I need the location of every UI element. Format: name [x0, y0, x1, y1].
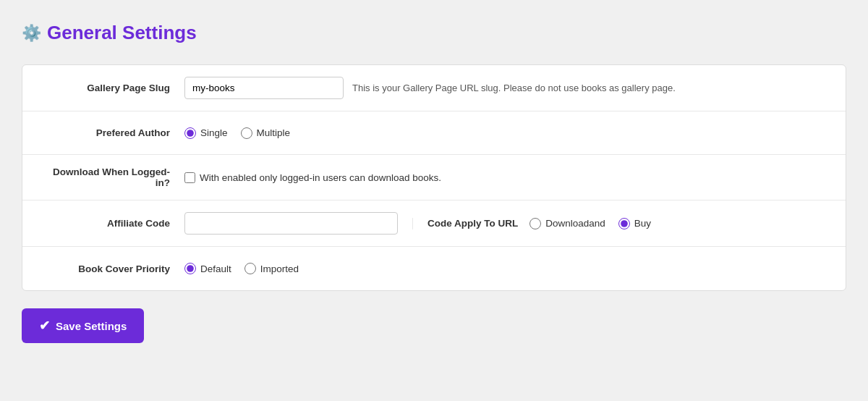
author-multiple-option[interactable]: Multiple — [241, 127, 291, 139]
preferred-author-row: Prefered Author Single Multiple — [22, 111, 846, 155]
settings-card: Gallery Page Slug This is your Gallery P… — [22, 64, 846, 291]
download-logged-in-checkbox[interactable] — [184, 172, 195, 183]
preferred-author-radio-group: Single Multiple — [184, 127, 290, 139]
affiliate-code-control: Code Apply To URL Downloadand Buy — [184, 212, 828, 235]
cover-default-label: Default — [200, 263, 231, 274]
page-header: ⚙️ General Settings — [22, 22, 846, 44]
page-title: General Settings — [47, 22, 197, 44]
download-logged-in-row: Download When Logged-in? With enabled on… — [22, 155, 846, 200]
book-cover-priority-radio-group: Default Imported — [184, 263, 299, 274]
cover-default-option[interactable]: Default — [184, 263, 231, 274]
cover-imported-label: Imported — [260, 263, 299, 274]
book-cover-priority-row: Book Cover Priority Default Imported — [22, 247, 846, 290]
code-apply-buy-radio[interactable] — [618, 218, 630, 229]
book-cover-priority-control: Default Imported — [184, 263, 828, 274]
gallery-slug-label: Gallery Page Slug — [40, 83, 184, 93]
code-apply-buy-label: Buy — [634, 218, 651, 229]
code-apply-download-radio[interactable] — [529, 218, 541, 229]
book-cover-priority-label: Book Cover Priority — [40, 263, 184, 274]
code-apply-buy-option[interactable]: Buy — [618, 218, 651, 229]
save-settings-label: Save Settings — [56, 320, 127, 332]
gallery-slug-hint: This is your Gallery Page URL slug. Plea… — [352, 83, 676, 93]
author-single-option[interactable]: Single — [184, 127, 228, 139]
cover-imported-radio[interactable] — [244, 263, 256, 274]
download-logged-in-hint: With enabled only logged-in users can do… — [200, 172, 441, 183]
gallery-slug-input[interactable] — [184, 77, 344, 99]
gallery-slug-row: Gallery Page Slug This is your Gallery P… — [22, 65, 846, 111]
code-apply-label: Code Apply To URL — [427, 218, 518, 229]
download-logged-in-checkbox-label[interactable]: With enabled only logged-in users can do… — [184, 172, 441, 183]
settings-icon: ⚙️ — [22, 24, 41, 43]
affiliate-code-label: Affiliate Code — [40, 218, 184, 229]
affiliate-code-row: Affiliate Code Code Apply To URL Downloa… — [22, 200, 846, 247]
preferred-author-label: Prefered Author — [40, 127, 184, 138]
author-multiple-radio[interactable] — [241, 127, 252, 139]
cover-default-radio[interactable] — [184, 263, 196, 274]
download-logged-in-control: With enabled only logged-in users can do… — [184, 172, 828, 183]
save-check-icon: ✔ — [39, 318, 50, 334]
gallery-slug-control: This is your Gallery Page URL slug. Plea… — [184, 77, 828, 99]
author-single-label: Single — [200, 127, 228, 138]
affiliate-right-section: Code Apply To URL Downloadand Buy — [412, 218, 651, 229]
cover-imported-option[interactable]: Imported — [244, 263, 299, 274]
save-settings-button[interactable]: ✔ Save Settings — [22, 308, 144, 343]
download-logged-in-label: Download When Logged-in? — [40, 166, 184, 188]
preferred-author-control: Single Multiple — [184, 127, 828, 139]
author-multiple-label: Multiple — [257, 127, 291, 138]
code-apply-radio-group: Downloadand Buy — [529, 218, 651, 229]
code-apply-download-option[interactable]: Downloadand — [529, 218, 605, 229]
affiliate-input-wrap — [184, 212, 398, 235]
code-apply-download-label: Downloadand — [545, 218, 605, 229]
author-single-radio[interactable] — [184, 127, 196, 139]
affiliate-code-input[interactable] — [184, 212, 398, 235]
